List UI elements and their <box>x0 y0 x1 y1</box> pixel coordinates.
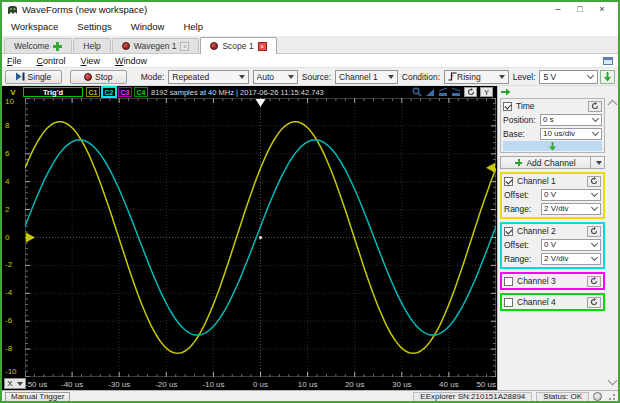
menu-help[interactable]: Help <box>183 21 203 32</box>
source-value: Channel 1 <box>339 72 386 82</box>
time-group: Time Position: 0 s Base: 10 us/div <box>500 98 605 153</box>
manual-trigger-button[interactable]: Manual Trigger <box>5 392 70 402</box>
x-tick-label: 10 us <box>298 380 318 389</box>
plot-settings-button[interactable] <box>464 87 477 97</box>
channel-toggle-c3[interactable]: C3 <box>118 87 132 97</box>
refresh-icon <box>590 177 598 185</box>
x-tick-label: 30 us <box>392 380 412 389</box>
magnifier-icon[interactable] <box>412 87 422 97</box>
green-down-arrow-icon <box>549 142 556 151</box>
add-tab-icon[interactable] <box>53 42 62 51</box>
tab-label: Scope 1 <box>222 41 253 51</box>
mode-value: Repeated <box>172 72 236 82</box>
channel-2-checkbox[interactable] <box>504 227 513 236</box>
window-title: WaveForms (new workspace) <box>22 4 147 15</box>
channel-toggle-c4[interactable]: C4 <box>134 87 148 97</box>
time-checkbox[interactable] <box>503 102 512 111</box>
chevron-down-icon <box>592 129 599 136</box>
collapse-panel-arrow-icon[interactable] <box>501 88 511 96</box>
scope-menu-view[interactable]: View <box>81 56 100 66</box>
auto-select[interactable]: Auto <box>253 70 298 84</box>
channel-1-settings-button[interactable] <box>587 176 601 187</box>
position-select[interactable]: 0 s <box>540 114 602 126</box>
channel-1-range-select[interactable]: 2 V/div <box>541 203 601 215</box>
scope-menu-control[interactable]: Control <box>37 56 66 66</box>
channel-2-offset-select[interactable]: 0 V <box>541 239 601 251</box>
zoom-fit-icon[interactable] <box>425 87 435 97</box>
resize-grip[interactable] <box>608 393 615 400</box>
base-label: Base: <box>503 129 540 139</box>
level-input[interactable]: 5 V <box>539 70 598 84</box>
instrument-led-icon <box>122 42 130 50</box>
x-tick-label: 50 us <box>476 380 496 389</box>
tab-bar: WelcomeHelpWavegen 1×Scope 1× <box>2 36 618 54</box>
trigger-status-badge: Trig'd <box>23 87 83 97</box>
chevron-down-icon <box>587 72 594 79</box>
time-apply-row[interactable] <box>503 141 602 151</box>
green-down-arrow-icon <box>604 72 611 82</box>
tab-help[interactable]: Help <box>73 38 110 53</box>
scope-menu-window[interactable]: Window <box>115 56 147 66</box>
close-button[interactable]: × <box>591 3 613 16</box>
condition-label: Condition: <box>402 72 440 82</box>
stop-button[interactable]: Stop <box>70 70 127 84</box>
status-ok-text: Status: OK <box>536 392 589 402</box>
channel-toggle-c1[interactable]: C1 <box>86 87 100 97</box>
x-tick-label: -30 us <box>108 380 130 389</box>
add-channel-menu-button[interactable] <box>591 156 605 169</box>
group-channel-4: Channel 4 <box>500 293 605 311</box>
single-icon <box>16 72 25 81</box>
condition-select[interactable]: Rising <box>444 70 509 84</box>
channel-button-strip: C1C2C3C4 <box>86 87 148 97</box>
time-label: Time <box>516 101 535 111</box>
level-value: 5 V <box>543 72 586 82</box>
source-label: Source: <box>302 72 331 82</box>
channel-2-settings-button[interactable] <box>587 226 601 237</box>
channel-1-offset-select[interactable]: 0 V <box>541 189 601 201</box>
plot-area: 1086420-2-4-6-8-10 <box>2 98 497 377</box>
channel-4-checkbox[interactable] <box>504 298 513 307</box>
y-tick-label: 0 <box>5 234 9 242</box>
chevron-down-icon <box>591 190 598 197</box>
menu-workspace[interactable]: Workspace <box>11 21 58 32</box>
tab-welcome[interactable]: Welcome <box>4 38 72 53</box>
channel-toggle-c2[interactable]: C2 <box>102 87 116 97</box>
scope-menu-file[interactable]: File <box>7 56 22 66</box>
refresh-icon <box>590 298 598 306</box>
menu-settings[interactable]: Settings <box>77 21 111 32</box>
single-button[interactable]: Single <box>5 70 62 84</box>
zoom-y-icon[interactable] <box>451 87 461 97</box>
mode-select[interactable]: Repeated <box>168 70 248 84</box>
dropdown-arrow-icon <box>239 75 245 79</box>
x-axis-menu-button[interactable]: X <box>4 378 26 389</box>
menu-window[interactable]: Window <box>131 21 165 32</box>
scroll-down-icon[interactable] <box>608 376 618 386</box>
y-tick-label: 2 <box>5 206 9 214</box>
dropdown-arrow-icon <box>499 75 505 79</box>
channel-1-checkbox[interactable] <box>504 177 513 186</box>
minimize-button[interactable]: – <box>547 3 569 16</box>
status-bar: Manual Trigger EExplorer SN:210151A28894… <box>2 390 618 402</box>
channel-3-settings-button[interactable] <box>587 276 601 287</box>
scroll-up-icon[interactable] <box>608 100 618 110</box>
close-tab-icon[interactable]: × <box>258 42 267 51</box>
add-channel-button[interactable]: Add Channel <box>500 156 591 169</box>
float-window-icon[interactable] <box>603 57 613 65</box>
channel-4-settings-button[interactable] <box>587 297 601 308</box>
trigger-point-dot <box>259 236 262 239</box>
channel-2-range-select[interactable]: 2 V/div <box>541 253 601 265</box>
zoom-x-icon[interactable] <box>438 87 448 97</box>
source-select[interactable]: Channel 1 <box>335 70 398 84</box>
close-tab-icon[interactable]: × <box>180 42 189 51</box>
tab-scope-1[interactable]: Scope 1× <box>200 37 276 54</box>
time-settings-button[interactable] <box>588 101 602 112</box>
y-tick-label: -8 <box>5 345 12 353</box>
y-axis-menu-button[interactable]: Y <box>480 87 493 97</box>
level-decrease-button[interactable] <box>600 70 615 84</box>
maximize-button[interactable]: □ <box>569 3 591 16</box>
device-status-icon[interactable] <box>593 392 602 401</box>
base-select[interactable]: 10 us/div <box>540 128 602 140</box>
oscilloscope-plot[interactable] <box>25 98 496 377</box>
tab-wavegen-1[interactable]: Wavegen 1× <box>112 38 200 53</box>
channel-3-checkbox[interactable] <box>504 277 513 286</box>
